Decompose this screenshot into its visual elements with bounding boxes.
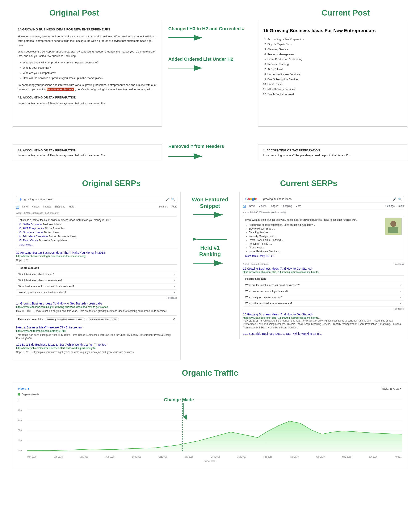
- result1-title[interactable]: 30 Amazing Startup Business Ideas That'l…: [16, 251, 177, 254]
- snippet-image-svg: [385, 218, 401, 235]
- para3-after: , here's a list of growing business idea…: [75, 88, 153, 91]
- removed-left-heading: #1: ACCOUNTING OR TAX PREPARATION: [18, 149, 157, 152]
- google-logo-fragment: le: [19, 197, 22, 202]
- original-serps-title: Original SERPs: [13, 179, 210, 188]
- more-items-link[interactable]: More items • May 13, 2018: [245, 254, 383, 258]
- current-serps-panel: Google growing business ideas 🎤 🔍 All Ne…: [239, 192, 407, 339]
- nav-settings[interactable]: Settings: [386, 205, 395, 208]
- result2-snippet: May 15, 2018 - Ready to set out on your …: [16, 309, 177, 313]
- result4-url: https://www.ryob.com/best-businesses-sta…: [16, 347, 177, 350]
- result2-title[interactable]: 14 Growing Business Ideas (And How to Ge…: [16, 302, 177, 305]
- current-result3-title[interactable]: 101 Best Side Business Ideas to Start Wh…: [243, 332, 404, 335]
- list-item: Box Subscription Service: [267, 77, 402, 82]
- nav-shopping[interactable]: Shopping: [281, 205, 292, 208]
- nav-videos[interactable]: Videos: [32, 205, 39, 208]
- search-icon: 🔍: [171, 198, 175, 201]
- current-result2-title[interactable]: 15 Growing Business Ideas (And How to Ge…: [243, 313, 404, 316]
- mic-icon: 🎤: [166, 198, 169, 201]
- list-item: Who is your customer?: [23, 66, 157, 70]
- chevron-down-icon: ▾: [173, 285, 175, 288]
- chevron-down-icon: ▾: [400, 302, 401, 305]
- featured-item-4: Event Production & Planning ....: [249, 238, 383, 242]
- nav-news[interactable]: News: [22, 205, 28, 208]
- x-jul18: Jul 2018: [80, 456, 88, 458]
- current-search-bar: Google growing business ideas 🎤 🔍: [243, 196, 404, 202]
- nav-more[interactable]: More: [296, 205, 301, 208]
- close-icon[interactable]: ✕: [172, 317, 175, 321]
- paa-item-1[interactable]: Which business is best to earn money? ▾: [16, 277, 177, 283]
- serp-arrow2-svg: [193, 235, 227, 243]
- nav-shopping[interactable]: Shopping: [55, 205, 65, 208]
- nav-images[interactable]: Images: [270, 205, 278, 208]
- removed-left-panel: #1: ACCOUNTING OR TAX PREPARATION Love c…: [13, 144, 162, 161]
- chart-x-axis: May 2018 Jun 2018 Jul 2018 Aug 2018 Sep …: [27, 456, 402, 458]
- paa-item-3[interactable]: What is the best business to earn money?…: [243, 300, 404, 307]
- more-items-link[interactable]: More items...: [19, 243, 175, 246]
- nav-tools[interactable]: Tools: [171, 205, 177, 208]
- won-snippet-label: Won Featured Snippet: [189, 196, 231, 209]
- x-oct18: Oct 2018: [158, 456, 167, 458]
- original-serp-nav: All News Videos Images Shopping More Set…: [16, 205, 177, 210]
- nav-settings[interactable]: Settings: [159, 205, 168, 208]
- current-post-panel: 15 Growing Business Ideas For New Entrep…: [258, 22, 407, 127]
- arrow1-svg: [168, 34, 206, 42]
- result3-title[interactable]: Need a Business Idea? Here are 55 - Entr…: [16, 326, 177, 329]
- about-featured-snippets[interactable]: About Featured Snippets: [243, 263, 269, 265]
- nav-news[interactable]: News: [249, 205, 255, 208]
- feedback-label: Feedback: [16, 297, 177, 299]
- current-paa: People also ask What are the most succes…: [243, 275, 404, 310]
- nav-videos[interactable]: Videos: [259, 205, 266, 208]
- y-300: 300: [18, 429, 26, 431]
- won-snippet-block: Won Featured Snippet: [189, 196, 231, 219]
- list-item: What problem will your product or servic…: [23, 60, 157, 65]
- x-aug: Aug 2...: [395, 456, 402, 458]
- paa-item-1[interactable]: What businesses are in high demand? ▾: [243, 288, 404, 294]
- current-result-3: 101 Best Side Business Ideas to Start Wh…: [243, 332, 404, 335]
- original-post-heading: 14 GROWING BUSINESS IDEAS FOR NEW ENTREP…: [18, 27, 157, 32]
- paa-title: People also ask: [243, 275, 404, 282]
- result3-snippet: This article has been excerpted from 55 …: [16, 333, 177, 340]
- paa-item-2[interactable]: What business should I start with low in…: [16, 283, 177, 290]
- paa-item-0[interactable]: Which business is best to start? ▾: [16, 271, 177, 277]
- change3-label: Removed # from Headers: [168, 143, 224, 150]
- search-tag-0[interactable]: fastest growing businesses to start: [45, 318, 85, 321]
- list-item: Personal Training: [267, 62, 402, 66]
- original-result-4: 101 Best Side Business Ideas to Start Wh…: [16, 343, 177, 354]
- serp-section-headers: Original SERPs Current SERPs: [13, 179, 407, 188]
- removed-middle-col: Removed # from Headers: [162, 139, 258, 166]
- paa-item-3[interactable]: How do you innovate new business ideas? …: [16, 290, 177, 296]
- nav-all[interactable]: All: [243, 205, 246, 208]
- nav-images[interactable]: Images: [43, 205, 51, 208]
- current-result1-url: https://www.lean-labs.com › blog › 14-gr…: [243, 271, 404, 273]
- original-para1: However, not every passion or interest w…: [18, 34, 157, 47]
- featured-item-4: #5: Dash Cam – Business Startup Ideas.: [19, 239, 68, 242]
- x-may19: May 2019: [342, 456, 351, 458]
- style-label[interactable]: Style: ▦ Area ▼: [382, 387, 402, 390]
- original-para3: By comparing your passions and interests…: [18, 83, 157, 92]
- paa-item-0[interactable]: What are the most successful small busin…: [243, 282, 404, 288]
- arrow2-svg: [168, 64, 206, 72]
- featured-item-1: #2: HIIT Equipment – Niche Examples.: [19, 227, 65, 230]
- change1-block: Changed H3 to H2 and Corrected #: [168, 26, 245, 44]
- nav-more[interactable]: More: [69, 205, 74, 208]
- featured-item-2: Cleaning Service ....: [249, 231, 383, 234]
- views-label[interactable]: Views ▼: [18, 387, 30, 390]
- chevron-down-icon: ▾: [173, 291, 175, 294]
- chevron-down-icon: ▾: [173, 279, 175, 282]
- nav-all[interactable]: All: [16, 205, 19, 208]
- removed-right-panel: 1. ACCOUNTING OR TAX PREPARATION Love cr…: [258, 144, 407, 161]
- featured-item-0: #1: Selfie Drones – Business Ideas.: [19, 223, 62, 226]
- traffic-section: Organic Traffic Views ▼ Style: ▦ Area ▼ …: [13, 369, 407, 468]
- y-400: 400: [18, 439, 26, 442]
- original-bullets-list: What problem will your product or servic…: [23, 60, 157, 80]
- paa-item-2[interactable]: What is a good business to start? ▾: [243, 294, 404, 300]
- nav-tools[interactable]: Tools: [398, 205, 404, 208]
- feedback-label[interactable]: Feedback: [394, 263, 404, 265]
- serp-comparison-section: le growing business ideas 🎤 🔍 All News V…: [13, 192, 407, 360]
- search-icon: 🔍: [398, 197, 401, 201]
- result4-title[interactable]: 101 Best Side Business Ideas to Start Wh…: [16, 343, 177, 346]
- current-result1-title[interactable]: 15 Growing Business Ideas (And How to Ge…: [243, 267, 404, 270]
- original-search-query: growing business ideas: [24, 198, 164, 201]
- original-post-title: Original Post: [13, 8, 136, 18]
- search-tag-1[interactable]: future business ideas 2020: [86, 318, 119, 321]
